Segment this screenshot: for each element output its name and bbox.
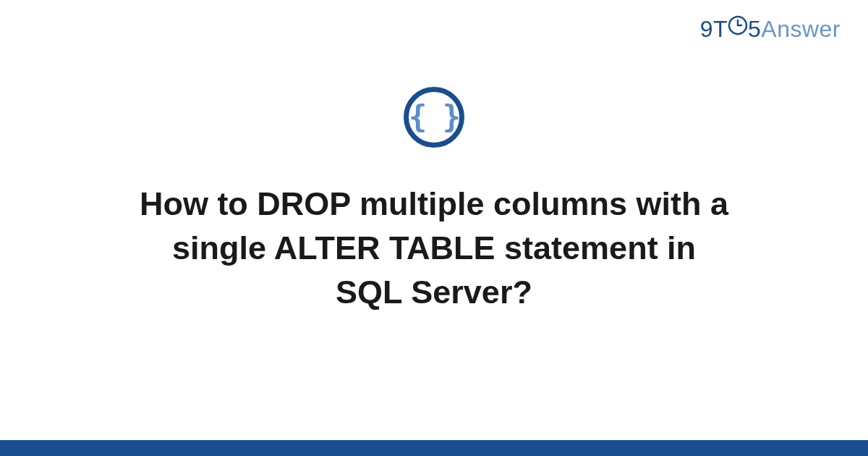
category-icon-circle: { } [404,87,464,148]
logo-part-answer: Answer [761,16,841,43]
question-title: How to DROP multiple columns with a sing… [109,182,760,314]
clock-icon [728,15,748,35]
site-logo[interactable]: 9T 5 Answer [700,16,841,43]
main-content: { } How to DROP multiple columns with a … [0,87,868,314]
logo-part-5: 5 [748,16,761,43]
code-braces-icon: { } [409,102,459,132]
logo-part-9t: 9T [700,16,728,43]
bottom-accent-bar [0,440,868,456]
